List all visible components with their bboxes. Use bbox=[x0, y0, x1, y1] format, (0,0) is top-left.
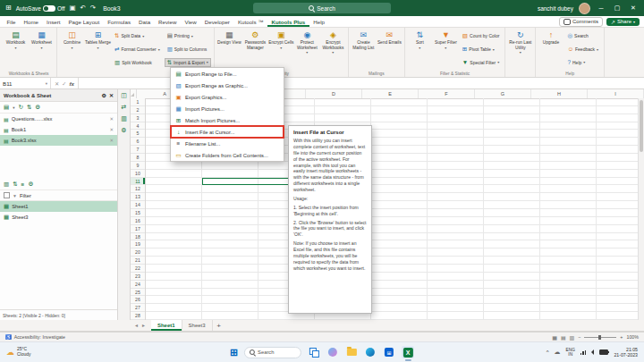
ribbon-tab[interactable]: Review bbox=[155, 16, 181, 27]
advanced-icon[interactable]: ⚙ bbox=[121, 127, 126, 134]
sheet-filter-row[interactable]: ▼ Filter bbox=[0, 190, 117, 201]
comments-button[interactable]: Comments bbox=[559, 17, 603, 27]
workbook-item[interactable]: ▤Book1✕ bbox=[0, 124, 117, 135]
ribbon-big-button[interactable]: ▤Workbook▾ bbox=[3, 29, 29, 50]
copilot-icon[interactable] bbox=[326, 346, 339, 358]
search-box[interactable]: Search bbox=[253, 3, 391, 13]
ribbon-small-button[interactable]: ⇄Format Converter▾ bbox=[112, 45, 163, 55]
column-header[interactable]: G bbox=[475, 89, 531, 98]
ribbon-small-button[interactable]: ▧Count by Color▾ bbox=[460, 31, 503, 41]
ribbon-big-button[interactable]: ⚙Passwords Manager▾ bbox=[242, 29, 268, 55]
ribbon-big-button[interactable]: ▣Encrypt Cells▾ bbox=[268, 29, 294, 55]
zoom-level[interactable]: 100% bbox=[626, 334, 639, 340]
language-indicator[interactable]: ENG IN bbox=[566, 348, 575, 358]
ribbon-small-button[interactable]: ⇅Import & Export▾ bbox=[165, 58, 211, 68]
formula-input[interactable] bbox=[79, 78, 644, 88]
close-icon[interactable]: ✕ bbox=[109, 138, 114, 143]
enter-icon[interactable]: ✓ bbox=[62, 80, 66, 87]
ribbon-tab[interactable]: File bbox=[3, 16, 20, 27]
tools-icon[interactable]: ⚙ bbox=[28, 181, 33, 188]
zoom-slider[interactable] bbox=[584, 337, 616, 338]
onedrive-icon[interactable]: ☁ bbox=[555, 349, 561, 356]
sheet-item[interactable]: ▦Sheet1 bbox=[0, 201, 117, 212]
pane-settings-icon[interactable]: ⚙ bbox=[102, 92, 106, 98]
ribbon-big-button[interactable]: ▼Super Filter▾ bbox=[433, 29, 459, 50]
ribbon-small-button[interactable]: ?Help▾ bbox=[564, 58, 601, 68]
ribbon-big-button[interactable]: ⇅Sort▾ bbox=[407, 29, 433, 50]
redo-icon[interactable]: ↷ bbox=[90, 4, 96, 12]
excel-taskbar-icon[interactable]: X bbox=[402, 346, 414, 358]
ribbon-tab[interactable]: Kutools ™ bbox=[233, 16, 267, 27]
chevron-down-icon[interactable]: ▾ bbox=[13, 105, 14, 110]
minimize-button[interactable]: ─ bbox=[596, 5, 606, 12]
ribbon-big-button[interactable]: ↻Re-run Last Utility▾ bbox=[507, 29, 533, 55]
tray-chevron-icon[interactable]: ^ bbox=[547, 349, 549, 355]
sheet-list-icon[interactable]: ▥ bbox=[4, 181, 9, 188]
row-header[interactable]: 20 bbox=[131, 248, 145, 257]
file-explorer-icon[interactable] bbox=[345, 346, 358, 358]
vertical-scrollbar[interactable] bbox=[638, 98, 644, 320]
undo-icon[interactable]: ↶ bbox=[80, 4, 86, 12]
row-header[interactable]: 24 bbox=[131, 281, 145, 289]
row-header[interactable]: 1 bbox=[131, 98, 145, 106]
ribbon-big-button[interactable]: ◈Encrypt Workbooks▾ bbox=[320, 29, 346, 55]
menu-item[interactable]: ▦Import Pictures... bbox=[171, 103, 284, 114]
scrollbar-thumb[interactable] bbox=[640, 100, 643, 152]
maximize-button[interactable]: ▢ bbox=[612, 4, 623, 12]
battery-icon[interactable] bbox=[599, 349, 608, 355]
zoom-in-icon[interactable]: + bbox=[620, 334, 623, 340]
pane-close-icon[interactable]: ✕ bbox=[109, 92, 114, 98]
menu-item[interactable]: ↓Insert File at Cursor... bbox=[171, 126, 284, 138]
close-icon[interactable]: ✕ bbox=[109, 127, 114, 132]
row-header[interactable]: 23 bbox=[131, 273, 145, 281]
user-name[interactable]: sanchit dubey bbox=[538, 5, 573, 12]
page-layout-view-icon[interactable]: ▤ bbox=[561, 334, 566, 341]
ribbon-tab[interactable]: Kutools Plus bbox=[267, 16, 309, 27]
ribbon-tab[interactable]: Formulas bbox=[104, 16, 135, 27]
ribbon-big-button[interactable]: ✉Send Emails▾ bbox=[377, 29, 402, 50]
autosave-switch-icon[interactable] bbox=[43, 5, 55, 12]
menu-item[interactable]: ⊞Match Import Pictures... bbox=[171, 114, 284, 126]
row-header[interactable]: 25 bbox=[131, 289, 145, 297]
ribbon-tab[interactable]: Insert bbox=[43, 16, 64, 27]
ribbon-small-button[interactable]: ☺Feedback▾ bbox=[564, 45, 601, 55]
name-box[interactable]: B11 ▾ bbox=[0, 78, 51, 88]
ribbon-tab[interactable]: Home bbox=[20, 16, 43, 27]
weather-widget[interactable]: ☁ 25°C Cloudy bbox=[6, 347, 31, 358]
workbook-item[interactable]: ▤Book3.xlsx✕ bbox=[0, 135, 117, 146]
row-header[interactable]: 2 bbox=[131, 106, 145, 114]
ribbon-small-button[interactable]: ⇅Split Data▾ bbox=[112, 31, 163, 41]
task-view-icon[interactable] bbox=[308, 346, 320, 358]
close-button[interactable]: ✕ bbox=[628, 4, 639, 12]
ribbon-big-button[interactable]: ⊞Tables Merge▾ bbox=[85, 29, 111, 50]
add-sheet-button[interactable]: + bbox=[213, 320, 225, 331]
clipboard-icon[interactable]: ▥ bbox=[121, 115, 127, 122]
column-header[interactable]: D bbox=[306, 89, 362, 98]
select-all-corner[interactable] bbox=[131, 89, 137, 98]
column-header[interactable]: H bbox=[531, 89, 588, 98]
zoom-slider-thumb[interactable] bbox=[598, 335, 601, 340]
menu-item[interactable]: ▭Create Folders from Cell Contents... bbox=[171, 149, 284, 161]
tools-icon[interactable]: ⚙ bbox=[35, 104, 40, 111]
close-icon[interactable]: ✕ bbox=[109, 116, 114, 122]
row-header[interactable]: 22 bbox=[131, 265, 145, 273]
refresh-icon[interactable]: ↻ bbox=[18, 104, 22, 111]
autosave-toggle[interactable]: AutoSave Off bbox=[16, 5, 65, 12]
insert-function-icon[interactable]: fx bbox=[69, 80, 74, 87]
row-header[interactable]: 10 bbox=[131, 170, 145, 178]
ribbon-big-button[interactable]: ▦Worksheet▾ bbox=[29, 29, 55, 50]
avatar[interactable] bbox=[579, 3, 590, 14]
row-header[interactable]: 7 bbox=[131, 146, 145, 154]
column-header[interactable]: E bbox=[362, 89, 419, 98]
row-header[interactable]: 28 bbox=[131, 312, 145, 320]
ribbon-small-button[interactable]: ▥Split to Columns▾ bbox=[165, 45, 211, 55]
ribbon-tab[interactable]: Page Layout bbox=[64, 16, 104, 27]
row-header[interactable]: 19 bbox=[131, 240, 145, 248]
menu-item[interactable]: ▤Export Range to File... bbox=[171, 68, 284, 80]
workbook-item[interactable]: ▤Questions......xlsx✕ bbox=[0, 114, 117, 124]
network-icon[interactable] bbox=[580, 350, 587, 355]
ribbon-big-button[interactable]: ▦Design View▾ bbox=[216, 29, 242, 55]
row-header[interactable]: 11 bbox=[131, 178, 145, 186]
sheet-tab[interactable]: Sheet1 bbox=[151, 320, 182, 331]
store-icon[interactable]: ⊞ bbox=[383, 346, 395, 358]
